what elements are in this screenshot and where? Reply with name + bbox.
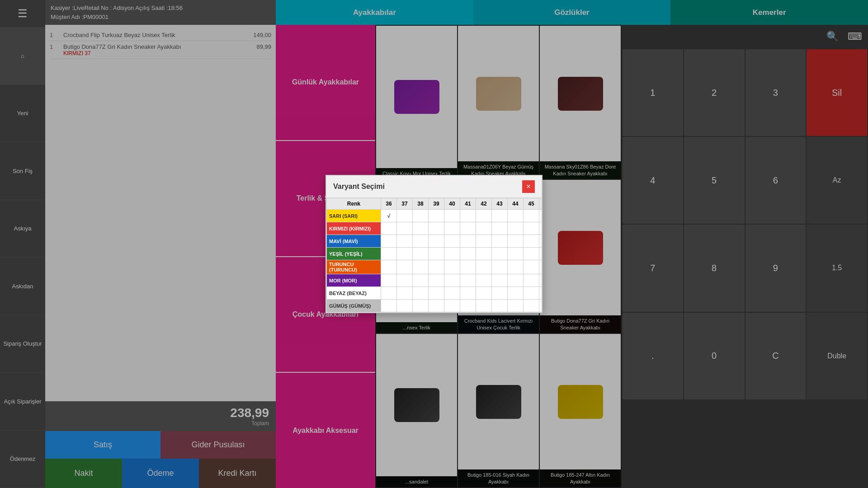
variant-cell[interactable] — [492, 287, 508, 300]
variant-cell[interactable] — [524, 260, 539, 274]
variant-cell[interactable] — [492, 235, 508, 248]
variant-cell[interactable] — [397, 248, 413, 260]
variant-cell[interactable] — [429, 260, 444, 274]
variant-cell[interactable] — [381, 287, 397, 300]
variant-cell[interactable] — [539, 300, 542, 312]
color-row-mavi: MAVİ (MAVİ) — [327, 235, 542, 248]
variant-cell[interactable] — [429, 210, 444, 222]
variant-cell[interactable] — [476, 235, 492, 248]
variant-cell[interactable] — [539, 210, 542, 222]
variant-cell[interactable] — [429, 222, 444, 235]
variant-cell[interactable] — [539, 287, 542, 300]
variant-cell[interactable] — [460, 248, 476, 260]
variant-cell[interactable] — [381, 260, 397, 274]
variant-cell[interactable] — [381, 235, 397, 248]
variant-cell[interactable] — [460, 300, 476, 312]
variant-cell[interactable] — [492, 274, 508, 287]
color-row-kirmizi: KIRMIZI (KIRMIZI) — [327, 222, 542, 235]
variant-cell[interactable] — [429, 300, 444, 312]
variant-cell[interactable] — [492, 210, 508, 222]
variant-cell[interactable] — [539, 260, 542, 274]
variant-cell[interactable] — [492, 260, 508, 274]
variant-cell[interactable] — [508, 260, 524, 274]
variant-cell[interactable] — [413, 222, 429, 235]
variant-cell[interactable] — [508, 222, 524, 235]
variant-cell[interactable] — [539, 248, 542, 260]
variant-cell[interactable] — [476, 222, 492, 235]
size-header-45: 45 — [524, 198, 539, 210]
variant-cell[interactable] — [413, 274, 429, 287]
variant-cell[interactable] — [508, 300, 524, 312]
variant-cell[interactable] — [444, 210, 460, 222]
variant-cell[interactable] — [413, 260, 429, 274]
modal-close-button[interactable]: × — [522, 180, 535, 193]
variant-cell[interactable] — [539, 235, 542, 248]
variant-cell[interactable] — [460, 274, 476, 287]
variant-cell[interactable] — [492, 248, 508, 260]
variant-cell[interactable] — [381, 248, 397, 260]
variant-cell[interactable] — [397, 274, 413, 287]
variant-cell[interactable] — [508, 274, 524, 287]
variant-cell[interactable] — [397, 222, 413, 235]
variant-cell[interactable] — [444, 274, 460, 287]
variant-cell[interactable] — [381, 274, 397, 287]
variant-cell[interactable] — [397, 210, 413, 222]
variant-cell[interactable] — [508, 287, 524, 300]
variant-cell[interactable] — [444, 260, 460, 274]
variant-cell[interactable] — [476, 248, 492, 260]
variant-cell[interactable] — [460, 222, 476, 235]
variant-cell[interactable] — [413, 248, 429, 260]
variant-cell[interactable] — [492, 300, 508, 312]
variant-cell[interactable] — [508, 248, 524, 260]
variant-cell[interactable] — [460, 235, 476, 248]
variant-cell[interactable] — [492, 222, 508, 235]
variant-cell[interactable] — [397, 300, 413, 312]
variant-cell[interactable] — [413, 287, 429, 300]
variant-cell[interactable] — [444, 248, 460, 260]
variant-cell[interactable] — [444, 300, 460, 312]
variant-cell[interactable] — [381, 222, 397, 235]
variant-cell[interactable] — [397, 235, 413, 248]
variant-cell[interactable] — [397, 260, 413, 274]
size-header-36: 36 — [381, 198, 397, 210]
variant-cell[interactable] — [476, 300, 492, 312]
variant-cell[interactable] — [508, 235, 524, 248]
variant-cell[interactable] — [460, 287, 476, 300]
variant-cell[interactable] — [444, 287, 460, 300]
color-row-sari: SARI (SARI) √ — [327, 210, 542, 222]
variant-cell[interactable] — [413, 210, 429, 222]
variant-cell[interactable] — [476, 274, 492, 287]
variant-cell[interactable] — [539, 222, 542, 235]
variant-cell[interactable] — [476, 210, 492, 222]
variant-cell[interactable] — [476, 260, 492, 274]
modal-overlay: Varyant Seçimi × Renk 36 37 38 39 40 41 … — [0, 0, 868, 488]
variant-cell[interactable]: √ — [381, 210, 397, 222]
size-header-46: 46 — [539, 198, 542, 210]
color-row-beyaz: BEYAZ (BEYAZ) — [327, 287, 542, 300]
variant-cell[interactable] — [524, 222, 539, 235]
variant-cell[interactable] — [539, 274, 542, 287]
variant-cell[interactable] — [444, 222, 460, 235]
variant-cell[interactable] — [429, 274, 444, 287]
variant-cell[interactable] — [524, 287, 539, 300]
variant-cell[interactable] — [429, 248, 444, 260]
variant-cell[interactable] — [460, 260, 476, 274]
color-turuncu-label: TURUNCU (TURUNCU) — [327, 260, 381, 274]
variant-cell[interactable] — [460, 210, 476, 222]
variant-cell[interactable] — [413, 235, 429, 248]
variant-cell[interactable] — [524, 235, 539, 248]
variant-cell[interactable] — [397, 287, 413, 300]
size-header-41: 41 — [460, 198, 476, 210]
variant-cell[interactable] — [429, 287, 444, 300]
variant-cell[interactable] — [429, 235, 444, 248]
renk-header: Renk — [327, 198, 381, 210]
variant-cell[interactable] — [413, 300, 429, 312]
variant-cell[interactable] — [444, 235, 460, 248]
variant-cell[interactable] — [524, 210, 539, 222]
variant-cell[interactable] — [524, 300, 539, 312]
variant-cell[interactable] — [508, 210, 524, 222]
variant-cell[interactable] — [381, 300, 397, 312]
variant-cell[interactable] — [476, 287, 492, 300]
variant-cell[interactable] — [524, 248, 539, 260]
variant-cell[interactable] — [524, 274, 539, 287]
